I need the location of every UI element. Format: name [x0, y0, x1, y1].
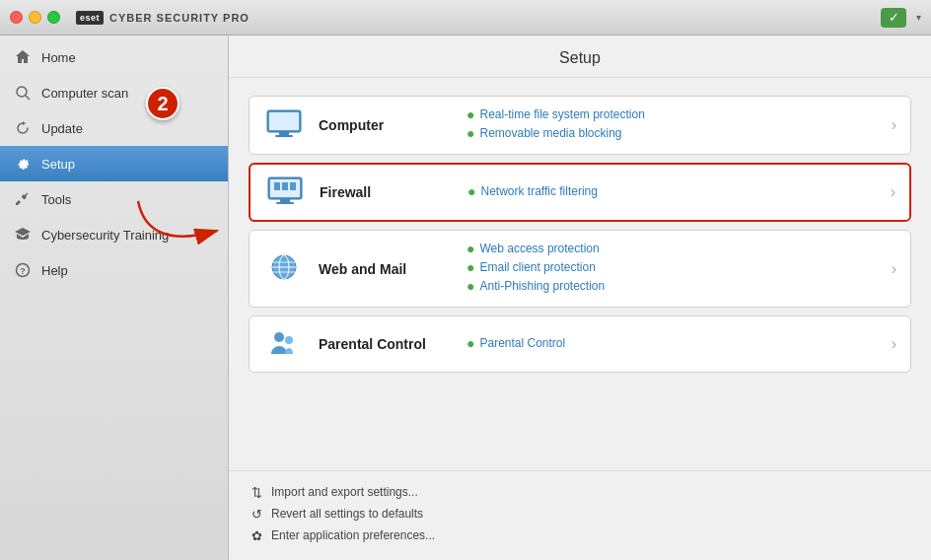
svg-rect-7: [279, 132, 289, 135]
chevron-right-icon: ›: [892, 335, 896, 353]
revert-link[interactable]: ↺ Revert all settings to defaults: [249, 503, 911, 525]
close-button[interactable]: [10, 11, 23, 24]
feature-parental: ● Parental Control: [466, 335, 884, 351]
main-title: Setup: [229, 35, 931, 78]
minimize-button[interactable]: [29, 11, 41, 24]
sidebar: Home Computer scan Update: [0, 35, 229, 560]
svg-rect-11: [274, 182, 280, 190]
gear-icon: [14, 155, 32, 173]
svg-rect-6: [269, 112, 299, 130]
maximize-button[interactable]: [47, 11, 60, 24]
feature-web-access: ● Web access protection: [466, 241, 884, 256]
scan-icon: [14, 84, 32, 102]
web-mail-card-title: Web and Mail: [319, 261, 447, 277]
app-name: CYBER SECURITY PRO: [109, 12, 250, 24]
import-export-icon: ⇅: [249, 484, 264, 500]
feature-dot: ●: [466, 259, 474, 275]
svg-rect-15: [276, 202, 294, 204]
setup-card-parental-control[interactable]: Parental Control ● Parental Control ›: [249, 315, 911, 373]
feature-dot: ●: [466, 125, 474, 141]
preferences-icon: ✿: [249, 527, 264, 543]
main-content: Setup Computer ● Real-time file sys: [229, 35, 931, 560]
firewall-card-features: ● Network traffic filtering: [448, 183, 883, 202]
svg-point-21: [274, 332, 284, 342]
feature-dot: ●: [466, 278, 474, 294]
svg-point-0: [17, 87, 27, 97]
revert-label: Revert all settings to defaults: [271, 507, 423, 521]
sidebar-item-update[interactable]: Update: [0, 110, 228, 146]
sidebar-label-help: Help: [41, 263, 68, 278]
titlebar-dropdown-arrow[interactable]: ▾: [916, 12, 921, 23]
sidebar-item-computer-scan[interactable]: Computer scan: [0, 75, 228, 110]
arrow-annotation: [128, 191, 237, 264]
import-export-link[interactable]: ⇅ Import and export settings...: [249, 481, 911, 503]
parental-control-card-title: Parental Control: [319, 336, 447, 352]
chevron-right-icon: ›: [892, 260, 896, 278]
web-mail-card-icon: [263, 251, 305, 287]
svg-rect-14: [280, 199, 290, 202]
app-logo: eset CYBER SECURITY PRO: [76, 11, 250, 25]
web-mail-card-features: ● Web access protection ● Email client p…: [447, 241, 884, 297]
import-export-label: Import and export settings...: [271, 485, 418, 499]
feature-email-client: ● Email client protection: [466, 259, 884, 275]
setup-card-web-mail[interactable]: Web and Mail ● Web access protection ● E…: [249, 230, 911, 308]
computer-card-title: Computer: [319, 117, 447, 133]
preferences-label: Enter application preferences...: [271, 528, 435, 542]
firewall-card-icon: [264, 175, 306, 210]
firewall-card-title: Firewall: [320, 184, 448, 200]
help-icon: ?: [14, 261, 32, 279]
svg-rect-13: [290, 182, 296, 190]
sidebar-item-setup[interactable]: Setup: [0, 146, 228, 181]
feature-dot: ●: [466, 241, 474, 256]
svg-line-1: [26, 96, 30, 100]
svg-point-22: [285, 336, 293, 344]
eset-logo-text: eset: [76, 11, 104, 25]
setup-card-firewall[interactable]: Firewall ● Network traffic filtering ›: [249, 163, 911, 222]
chevron-right-icon: ›: [891, 183, 895, 201]
update-icon: [14, 119, 32, 137]
setup-card-computer[interactable]: Computer ● Real-time file system protect…: [249, 96, 911, 155]
setup-content: Computer ● Real-time file system protect…: [229, 78, 931, 470]
feature-dot: ●: [467, 183, 475, 199]
app-body: Home Computer scan Update: [0, 35, 931, 560]
feature-removable: ● Removable media blocking: [466, 125, 884, 141]
feature-realtime: ● Real-time file system protection: [466, 106, 884, 122]
preferences-link[interactable]: ✿ Enter application preferences...: [249, 525, 911, 546]
parental-control-card-features: ● Parental Control: [447, 335, 884, 354]
tools-icon: [14, 190, 32, 208]
svg-rect-12: [282, 182, 288, 190]
chevron-right-icon: ›: [892, 116, 896, 134]
sidebar-label-setup: Setup: [41, 157, 75, 172]
revert-icon: ↺: [249, 506, 264, 522]
feature-dot: ●: [466, 335, 474, 351]
svg-rect-8: [275, 135, 293, 137]
feature-antiphishing: ● Anti-Phishing protection: [466, 278, 884, 294]
titlebar: eset CYBER SECURITY PRO ✓ ▾: [0, 0, 931, 35]
sidebar-label-update: Update: [41, 121, 83, 136]
notification-badge: 2: [146, 87, 179, 120]
bottom-actions: ⇅ Import and export settings... ↺ Revert…: [229, 470, 931, 560]
feature-network-traffic: ● Network traffic filtering: [467, 183, 883, 199]
sidebar-label-computer-scan: Computer scan: [41, 86, 128, 101]
sidebar-item-home[interactable]: Home: [0, 39, 228, 75]
status-check-icon: ✓: [881, 8, 906, 28]
sidebar-label-tools: Tools: [41, 192, 71, 207]
window-controls: [10, 11, 60, 24]
computer-card-icon: [263, 107, 305, 143]
feature-dot: ●: [466, 106, 474, 122]
graduation-icon: [14, 226, 32, 244]
home-icon: [14, 48, 32, 66]
svg-text:?: ?: [20, 266, 26, 276]
computer-card-features: ● Real-time file system protection ● Rem…: [447, 106, 884, 144]
parental-control-card-icon: [263, 326, 305, 362]
sidebar-label-home: Home: [41, 50, 76, 65]
